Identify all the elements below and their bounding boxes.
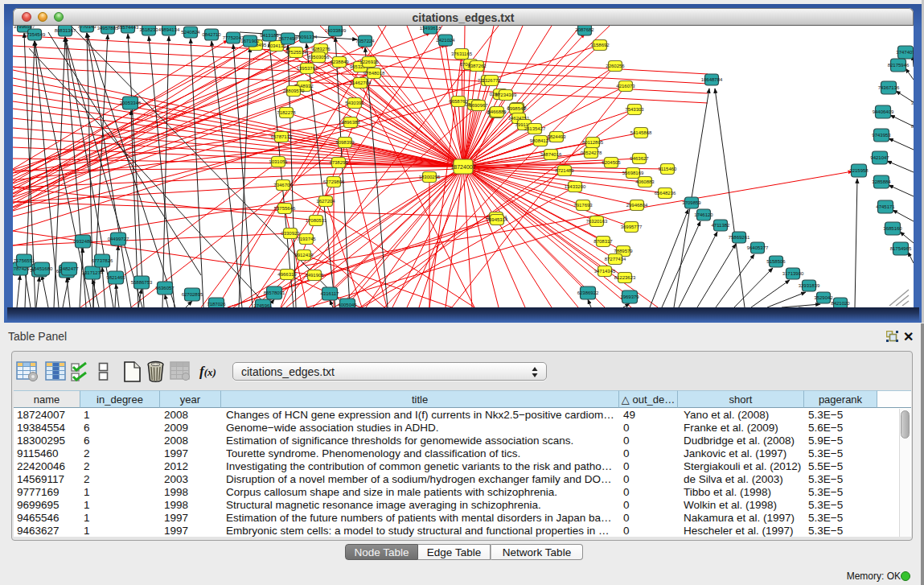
svg-text:9463627: 9463627: [630, 156, 649, 161]
svg-text:87277434: 87277434: [605, 257, 626, 262]
svg-text:32931839: 32931839: [799, 283, 820, 288]
svg-text:4238849: 4238849: [330, 60, 349, 64]
svg-text:71756551: 71756551: [14, 258, 35, 263]
svg-text:7917693: 7917693: [573, 203, 593, 208]
svg-text:80831367: 80831367: [55, 28, 76, 33]
svg-text:83503056: 83503056: [308, 55, 330, 60]
svg-text:6690967: 6690967: [469, 103, 488, 108]
svg-text:7770143: 7770143: [77, 26, 97, 29]
svg-text:1491905: 1491905: [305, 273, 324, 278]
svg-text:34957885: 34957885: [97, 26, 119, 31]
svg-text:00524278: 00524278: [581, 150, 602, 155]
svg-text:80112805: 80112805: [582, 140, 604, 145]
svg-text:1226916: 1226916: [359, 60, 379, 64]
svg-text:5158506: 5158506: [766, 259, 786, 264]
svg-text:04499727: 04499727: [108, 237, 129, 241]
svg-text:62729806: 62729806: [323, 179, 345, 184]
svg-text:9115460: 9115460: [659, 167, 678, 171]
svg-text:20053346: 20053346: [120, 101, 142, 105]
svg-text:7543303: 7543303: [625, 107, 644, 112]
svg-text:6658760: 6658760: [449, 99, 468, 104]
svg-text:7889579: 7889579: [614, 249, 633, 253]
svg-text:27354549: 27354549: [24, 32, 46, 37]
svg-text:74367136: 74367136: [878, 85, 900, 90]
svg-text:1326773: 1326773: [482, 78, 501, 83]
svg-text:4316117: 4316117: [321, 291, 340, 296]
svg-text:13433200: 13433200: [565, 184, 586, 189]
svg-text:4745171: 4745171: [876, 204, 895, 209]
svg-text:3158692: 3158692: [590, 43, 610, 47]
svg-text:86578091: 86578091: [264, 290, 285, 295]
svg-text:9283276: 9283276: [311, 47, 331, 51]
svg-text:25135427: 25135427: [524, 126, 546, 131]
svg-text:4005045: 4005045: [338, 303, 357, 307]
svg-text:51462704: 51462704: [350, 80, 372, 85]
svg-text:82175946: 82175946: [888, 63, 910, 68]
svg-text:13953767: 13953767: [297, 66, 318, 71]
svg-text:87234309: 87234309: [495, 93, 517, 97]
svg-text:3709859: 3709859: [682, 200, 701, 205]
svg-text:81177589: 81177589: [911, 124, 914, 129]
svg-text:0330923: 0330923: [281, 231, 300, 236]
svg-text:0842710: 0842710: [202, 32, 221, 37]
svg-text:37631165: 37631165: [451, 51, 473, 56]
svg-text:97848018: 97848018: [363, 71, 385, 76]
svg-text:85574443: 85574443: [117, 26, 139, 30]
svg-text:4711382: 4711382: [712, 223, 731, 228]
svg-text:3387262: 3387262: [467, 64, 487, 68]
svg-text:7357224: 7357224: [355, 39, 375, 43]
svg-text:62702895: 62702895: [182, 292, 203, 297]
svg-text:81754965: 81754965: [890, 246, 912, 251]
svg-text:9636057: 9636057: [155, 286, 175, 290]
svg-text:39502402: 39502402: [911, 101, 914, 105]
svg-text:9912419: 9912419: [294, 253, 314, 257]
svg-text:3215958: 3215958: [849, 168, 869, 173]
svg-text:76320163: 76320163: [586, 219, 608, 224]
svg-text:53755646: 53755646: [274, 206, 296, 211]
svg-text:17080531: 17080531: [306, 218, 327, 223]
svg-text:47525534: 47525534: [285, 50, 307, 55]
svg-text:4060883: 4060883: [635, 179, 655, 184]
svg-text:9413186: 9413186: [260, 33, 279, 38]
svg-text:3482477: 3482477: [60, 266, 79, 271]
svg-text:13493618: 13493618: [420, 26, 441, 31]
svg-text:9421047: 9421047: [870, 155, 889, 160]
svg-text:5466889: 5466889: [487, 109, 507, 114]
svg-text:3529042: 3529042: [814, 295, 833, 300]
svg-text:1627204: 1627204: [316, 199, 335, 204]
svg-text:55698169: 55698169: [622, 171, 644, 175]
svg-text:99091334: 99091334: [296, 35, 318, 39]
svg-text:7346706: 7346706: [273, 183, 293, 187]
svg-text:18300295: 18300295: [419, 175, 441, 179]
svg-text:76945314: 76945314: [487, 217, 508, 222]
svg-text:49894134: 49894134: [158, 27, 180, 32]
svg-text:65787133: 65787133: [271, 134, 293, 139]
svg-text:34714345: 34714345: [594, 269, 616, 274]
svg-text:55886753: 55886753: [131, 280, 153, 285]
svg-text:29946804: 29946804: [626, 203, 648, 208]
svg-text:1746120: 1746120: [694, 212, 713, 217]
svg-text:1745961: 1745961: [253, 303, 273, 307]
svg-text:54145868: 54145868: [630, 130, 652, 135]
svg-text:96405377: 96405377: [747, 245, 769, 250]
svg-text:1031051: 1031051: [269, 159, 288, 164]
svg-text:2421024: 2421024: [436, 38, 455, 43]
svg-text:65648236: 65648236: [655, 191, 676, 196]
svg-text:1824493: 1824493: [547, 134, 566, 139]
svg-text:2260256: 2260256: [606, 64, 625, 68]
svg-text:0932480: 0932480: [73, 239, 92, 244]
svg-text:5098393: 5098393: [335, 140, 355, 145]
svg-text:4896383: 4896383: [341, 120, 360, 125]
svg-text:7193745: 7193745: [297, 237, 316, 241]
svg-text:8721489: 8721489: [555, 168, 574, 173]
svg-text:7182278: 7182278: [277, 110, 296, 115]
svg-text:31713900: 31713900: [782, 271, 804, 276]
svg-text:3285884: 3285884: [872, 179, 891, 184]
svg-text:3685160: 3685160: [883, 226, 902, 231]
svg-text:4966319: 4966319: [277, 272, 297, 277]
svg-text:5240824: 5240824: [181, 30, 200, 35]
svg-text:8708317: 8708317: [593, 239, 613, 244]
svg-text:34874016: 34874016: [540, 152, 562, 157]
svg-text:94406409: 94406409: [873, 109, 894, 114]
svg-text:4738299: 4738299: [329, 160, 348, 165]
